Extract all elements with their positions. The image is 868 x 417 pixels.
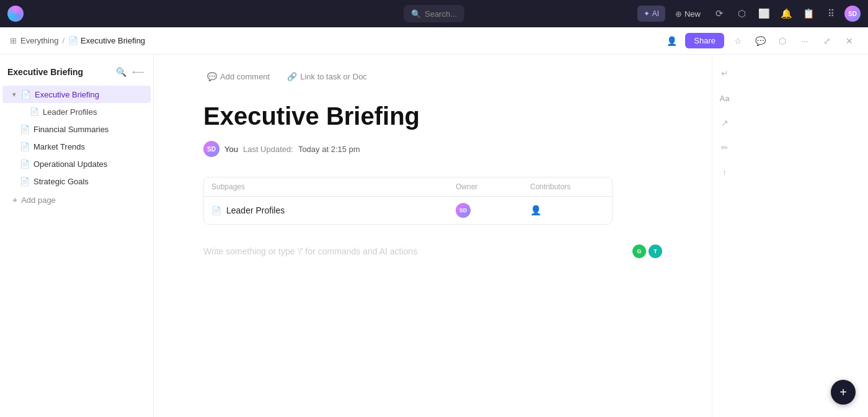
subpage-name-label: Leader Profiles [226,205,285,215]
subpage-name-cell: 📄 Leader Profiles [211,205,456,215]
subpages-table: Subpages Owner Contributors 📄 Leader Pro… [203,177,613,225]
breadcrumb-current: 📄 Executive Briefing [68,36,145,45]
last-updated-label: Last Updated: [243,145,293,154]
subpages-table-header: Subpages Owner Contributors [204,177,612,197]
history-icon-btn[interactable]: ⟳ [711,5,728,22]
close-icon-btn[interactable]: ✕ [841,32,858,50]
more-icon-btn[interactable]: ··· [796,32,813,50]
breadcrumb-actions: 👤 Share ☆ 💬 ⬡ ··· ⤢ ✕ [663,32,858,50]
top-nav: 🔍 Search... ✦ AI ⊕ New ⟳ ⬡ ⬜ 🔔 📋 ⠿ SD [0,0,868,27]
sidebar-item-label: Operational Updates [33,159,107,169]
right-panel-expand-icon[interactable]: ↗ [716,114,733,132]
ai-button[interactable]: ✦ AI [637,6,665,22]
subpages-row[interactable]: 📄 Leader Profiles SD 👤 [204,197,612,224]
fab-button[interactable]: + [831,380,856,405]
doc-icon: 📄 [20,125,30,134]
save-icon-btn[interactable]: ⬡ [733,5,750,22]
user-avatar[interactable]: SD [844,6,861,22]
sidebar-item-executive-briefing[interactable]: ▾ 📄 Executive Briefing [2,86,151,103]
grid-icon-btn[interactable]: ⠿ [822,5,839,22]
nav-right: ✦ AI ⊕ New ⟳ ⬡ ⬜ 🔔 📋 ⠿ SD [637,5,861,22]
sidebar-item-label: Strategic Goals [33,177,89,186]
sidebar: Executive Briefing 🔍 ⟵ ▾ 📄 Executive Bri… [0,55,154,417]
collab-icon-btn[interactable]: 👤 [663,32,680,50]
sidebar-header: Executive Briefing 🔍 ⟵ [0,60,153,84]
breadcrumb-separator: / [62,36,64,45]
sidebar-item-strategic-goals[interactable]: 📄 Strategic Goals [2,173,151,190]
search-input-placeholder[interactable]: Search... [425,9,457,19]
right-panel-upload-icon[interactable]: ↑ [716,164,733,181]
sidebar-item-label: Financial Summaries [33,125,108,134]
col-owner: Owner [456,182,530,191]
doc-title: Executive Briefing [203,101,662,131]
doc-icon-breadcrumb: 📄 [68,36,78,45]
right-panel-indent-icon[interactable]: ↵ [716,65,733,82]
link-icon: 🔗 [287,72,297,81]
collab-avatar-green: G [632,244,646,258]
owner-cell: SD [456,203,530,218]
contributor-placeholder-icon: 👤 [530,205,542,216]
content-main: 💬 Add comment 🔗 Link to task or Doc Exec… [154,55,712,417]
sidebar-item-label: Market Trends [33,142,85,151]
plus-icon: + [12,195,17,205]
content-toolbar: 💬 Add comment 🔗 Link to task or Doc [203,70,662,84]
col-subpages: Subpages [211,182,456,191]
sidebar-item-market-trends[interactable]: 📄 Market Trends [2,138,151,155]
expand-icon-btn[interactable]: ⬡ [774,32,791,50]
contributors-cell: 👤 [530,205,604,216]
sidebar-item-leader-profiles[interactable]: 📄 Leader Profiles [2,103,151,120]
grid-small-icon: ⊞ [10,36,17,45]
content-area: 💬 Add comment 🔗 Link to task or Doc Exec… [154,55,868,417]
app-logo [7,6,24,22]
doc-icon: 📄 [30,107,39,116]
add-page-button[interactable]: + Add page [2,192,151,207]
subpage-doc-icon: 📄 [211,206,221,215]
author-name: You [224,145,238,154]
write-placeholder[interactable]: Write something or type '/' for commands… [203,240,662,263]
owner-avatar: SD [456,203,471,218]
sidebar-collapse-btn[interactable]: ⟵ [131,65,146,79]
comment-icon-btn[interactable]: 💬 [751,32,769,50]
right-panel: ↵ Aa ↗ ✏ ↑ [712,55,737,417]
add-page-label: Add page [21,195,56,205]
author-avatar: SD [203,141,219,157]
ai-sparkle-icon: ✦ [644,9,650,18]
doc-meta: SD You Last Updated: Today at 2:15 pm [203,141,662,157]
sidebar-title: Executive Briefing [7,67,83,77]
sidebar-item-operational-updates[interactable]: 📄 Operational Updates [2,155,151,173]
new-plus-icon: ⊕ [675,9,682,19]
alarm-icon-btn[interactable]: 🔔 [777,5,795,22]
doc-icon: 📄 [20,177,30,186]
collab-avatar-teal: T [649,244,662,258]
right-panel-edit-icon[interactable]: ✏ [716,139,733,156]
share-button[interactable]: Share [685,33,724,48]
doc-icon: 📄 [20,142,30,151]
search-bar: 🔍 Search... [404,5,464,22]
collapse-icon-btn[interactable]: ⤢ [818,32,836,50]
breadcrumb-bar: ⊞ Everything / 📄 Executive Briefing 👤 Sh… [0,27,868,55]
doc-icon: 📄 [21,90,31,99]
col-contributors: Contributors [530,182,604,191]
comment-icon: 💬 [207,72,217,81]
link-task-button[interactable]: 🔗 Link to task or Doc [283,70,371,84]
new-button[interactable]: ⊕ New [670,7,706,20]
sidebar-subitem-label: Leader Profiles [43,107,97,117]
main-layout: Executive Briefing 🔍 ⟵ ▾ 📄 Executive Bri… [0,55,868,417]
right-panel-text-icon[interactable]: Aa [716,89,733,107]
star-icon-btn[interactable]: ☆ [729,32,746,50]
sidebar-item-financial-summaries[interactable]: 📄 Financial Summaries [2,120,151,138]
breadcrumb-everything[interactable]: Everything [20,36,58,45]
sidebar-header-icons: 🔍 ⟵ [113,65,146,79]
screen-icon-btn[interactable]: ⬜ [755,5,773,22]
docs-icon-btn[interactable]: 📋 [800,5,817,22]
chevron-down-icon: ▾ [12,91,16,99]
last-updated-time: Today at 2:15 pm [298,145,360,154]
collab-avatars: G T [632,244,662,258]
search-icon: 🔍 [411,9,421,19]
sidebar-item-label: Executive Briefing [35,90,99,99]
add-comment-button[interactable]: 💬 Add comment [203,70,273,84]
sidebar-search-btn[interactable]: 🔍 [113,65,128,79]
doc-icon: 📄 [20,159,30,169]
